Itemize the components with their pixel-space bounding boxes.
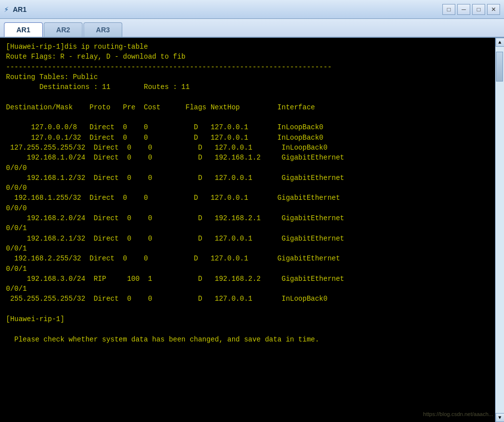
scroll-down-button[interactable]: ▼ (496, 413, 504, 422)
title-bar-left: ⚡ AR1 (4, 4, 27, 14)
tab-ar3[interactable]: AR3 (84, 22, 122, 37)
scroll-thumb[interactable] (496, 52, 503, 82)
restore-button[interactable]: □ (442, 4, 455, 15)
window-title: AR1 (13, 5, 27, 13)
tab-ar1[interactable]: AR1 (4, 22, 43, 37)
tab-ar2[interactable]: AR2 (44, 22, 83, 37)
scroll-up-button[interactable]: ▲ (496, 38, 504, 47)
tabs-bar: AR1 AR2 AR3 (0, 19, 504, 38)
scroll-track (496, 47, 504, 413)
scrollbar[interactable]: ▲ ▼ (495, 38, 504, 422)
watermark: https://blog.csdn.net/aaach... (423, 411, 493, 417)
terminal-output[interactable]: [Huawei-rip-1]dis ip routing-table Route… (0, 38, 495, 422)
close-button[interactable]: ✕ (487, 4, 500, 15)
terminal-wrapper: [Huawei-rip-1]dis ip routing-table Route… (0, 38, 504, 422)
window-controls: □ ─ □ ✕ (442, 4, 500, 15)
app-icon: ⚡ (4, 4, 9, 14)
minimize-button[interactable]: ─ (457, 4, 470, 15)
maximize-button[interactable]: □ (472, 4, 485, 15)
title-bar: ⚡ AR1 □ ─ □ ✕ (0, 0, 504, 19)
